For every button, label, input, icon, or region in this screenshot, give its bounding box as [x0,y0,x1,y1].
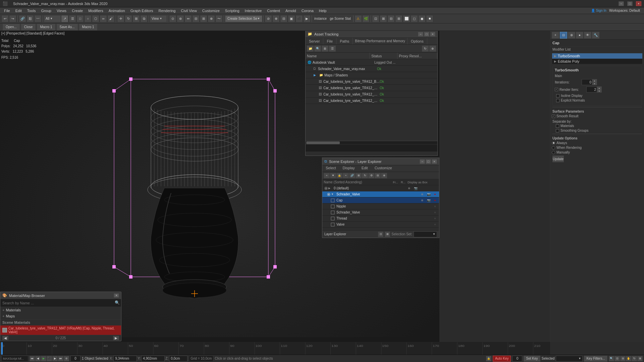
maximize-viewport-btn[interactable]: ⊞ [637,356,643,361]
go-to-start-btn[interactable]: ⏮ [30,356,35,361]
layer-close-btn[interactable]: × [432,159,437,164]
menu-animation[interactable]: Animation [106,8,128,13]
render-frame-btn[interactable]: ⬛ [296,15,303,22]
layer-expand-schrader[interactable]: ▼ [331,192,336,197]
material-search-input[interactable] [0,299,121,307]
asset-input-bar[interactable] [306,144,437,152]
layer-vis-icon-schrader[interactable] [326,192,331,197]
menu-scripting[interactable]: Scripting [222,8,242,13]
warning-btn[interactable]: ⚠ [355,15,362,22]
layer-tb-hier[interactable]: ⊞ [356,173,362,178]
layer-manager-btn[interactable]: ⊕ [208,15,215,22]
layer-tab-display[interactable]: Display [339,165,358,172]
selection-filter-dropdown[interactable]: All▼ [44,15,61,22]
tool-8[interactable]: ◽ [426,15,433,22]
menu-help[interactable]: Help [316,8,329,13]
layer-tb-refresh[interactable]: ↻ [362,173,368,178]
fence-select-btn[interactable]: ⬡ [92,15,99,22]
select-scale-btn[interactable]: ⊞ [132,15,140,22]
sign-in-btn[interactable]: 👤 Sign In [591,9,606,12]
tool-1[interactable]: ⊡ [372,15,379,22]
lasso-select-btn[interactable]: ∞ [100,15,107,22]
named-sel-set-btn[interactable]: ⊘ [265,15,272,22]
tab-server[interactable]: Server [306,38,323,44]
asset-tb-2[interactable]: 🔍 [314,46,321,52]
selection-set-dropdown[interactable]: ▼ [414,231,437,237]
layer-tb-sort[interactable]: ⊟ [375,173,381,178]
asset-row-maps[interactable]: ▶ 📁 Maps / Shaders [306,72,437,78]
asset-tb-6[interactable]: ⊕ [429,46,436,52]
open-btn[interactable]: Open... [3,24,20,31]
asset-row-roughness[interactable]: 🖼 Car_tubeless_tyre_valve_TR412_Roughnes… [306,98,437,104]
asset-close-btn[interactable]: × [430,32,435,37]
create-selection-dropdown[interactable]: Create Selection Se▼ [225,15,262,22]
stop-btn[interactable]: ⬛ [47,356,52,361]
frame-number-input[interactable]: 0 [70,356,80,362]
layer-tb-expand[interactable]: ⊕ [381,173,387,178]
play-btn[interactable]: ▶ [41,356,46,361]
select-link-btn[interactable]: 🔗 [19,15,26,22]
mat-next-btn[interactable]: ▶ [113,336,119,340]
menu-graph-editors[interactable]: Graph Editors [128,8,156,13]
layer-tb-new[interactable]: + [343,173,349,178]
turbos-renderiters-input[interactable] [587,88,597,92]
layer-tab-select[interactable]: Select [322,165,339,172]
layer-render-default[interactable]: 📷 [413,186,418,191]
set-key-btn[interactable]: Set Key [524,356,540,362]
redo-btn[interactable]: ↪ [9,15,16,22]
prev-frame-btn[interactable]: ◀ [35,356,41,361]
layer-tb-options[interactable]: ⚙ [368,173,374,178]
menu-file[interactable]: File [1,8,13,13]
use-pivot-center-btn[interactable]: ⊙ [169,15,176,22]
keyboard-shortcut-btn[interactable]: ⊕ [272,15,280,22]
tool-4[interactable]: ⊞ [395,15,402,22]
asset-tb-3[interactable]: ⊞ [322,46,328,52]
layer-row-default[interactable]: ▶ 0 (default) ❄ 📷 [322,185,439,191]
layer-tb-link[interactable]: 🔗 [349,173,355,178]
mod-tab-hierarchy[interactable]: ⊕ [568,32,575,39]
orbit-btn[interactable]: ↻ [632,356,637,361]
tool-2[interactable]: ⊠ [380,15,387,22]
z-value-field[interactable]: 0,0cm [169,356,187,362]
layer-freeze-default[interactable]: ❄ [407,186,412,191]
turbos-renderiters-spinbtn[interactable]: ▲ ▼ [597,86,601,93]
modifier-turbosmoooth[interactable]: ▶ TurboSmooth [552,53,642,59]
environment-btn[interactable]: 🌿 [362,15,370,22]
layer-box-default[interactable] [419,186,438,191]
menu-modifiers[interactable]: Modifiers [86,8,106,13]
lock-selection-btn[interactable]: 🔒 [486,356,491,361]
save-as-btn[interactable]: Save As... [57,24,78,31]
menu-interactive[interactable]: Interactive [242,8,265,13]
asset-row-maxfile[interactable]: 🗋 Schrader_Valve_max_vray.max Ok [306,66,437,72]
autokey-btn[interactable]: Auto Key [493,356,511,362]
turbos-iters-spinner[interactable]: ▲ ▼ [582,79,597,85]
rectangular-select-btn[interactable]: □ [76,15,84,22]
layer-tb-lock[interactable]: 🔒 [336,173,342,178]
reference-coord-dropdown[interactable]: View▼ [150,15,167,22]
layer-row-nipple[interactable]: Nipple ○ [322,203,439,209]
toggle-scene-xplorer-btn[interactable]: ⊞ [200,15,207,22]
smooth-result-checkbox[interactable] [552,115,555,118]
asset-tb-1[interactable]: 📁 [307,46,314,52]
mod-tab-utilities[interactable]: 🔧 [592,32,599,39]
layer-row-valve[interactable]: Valve ○ [322,222,439,228]
menu-corona[interactable]: Corona [299,8,316,13]
undo-btn[interactable]: ↩ [1,15,9,22]
menu-views[interactable]: Views [54,8,69,13]
asset-row-metallic[interactable]: 🖼 Car_tubeless_tyre_valve_TR412_Metallic… [306,85,437,91]
selection-set-input[interactable]: ▼ [556,356,583,362]
close-scene-btn[interactable]: Close [21,24,36,31]
tab-options[interactable]: Options [408,38,427,44]
x-value-field[interactable]: 9,344mm [113,356,137,362]
quick-render-btn[interactable]: ▶ [303,15,311,22]
bind-to-space-warp-btn[interactable]: 〰 [34,15,42,22]
when-rendering-radio[interactable] [552,146,555,149]
materials-checkbox[interactable] [556,124,559,128]
zoom-btn[interactable]: 🔍 [609,356,614,361]
pan-btn[interactable]: ✋ [626,356,631,361]
turbos-isoline-checkbox[interactable] [556,94,559,98]
turbos-render-checkbox[interactable] [555,88,558,91]
mat-section-maps[interactable]: + Maps [0,313,121,319]
maxscript-area[interactable]: MAXScript Ml... [1,356,28,362]
menu-customize[interactable]: Customize [200,8,222,13]
